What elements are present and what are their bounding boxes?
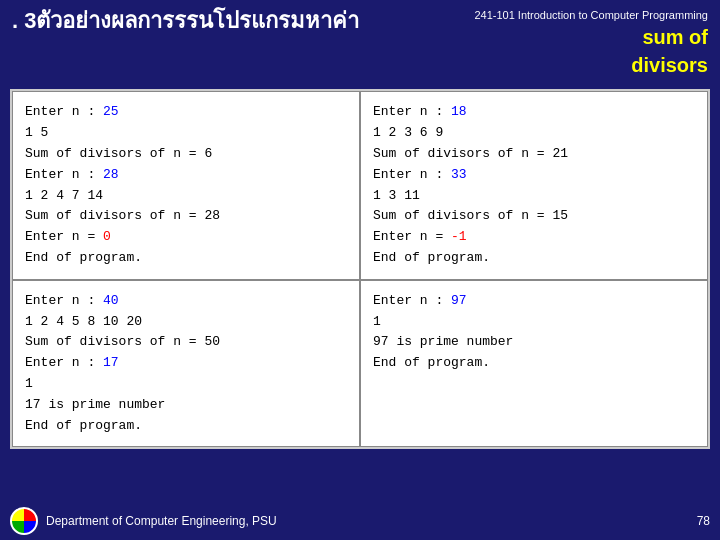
tl-s3: 1 2 4 7 14 Sum of divisors of n = 28 Ent…	[25, 188, 220, 245]
header-right: 241-101 Introduction to Computer Program…	[474, 8, 708, 79]
title-text: . 3ตัวอย่างผลการรรนโปรแกรมหาค่า	[12, 8, 359, 33]
cell-bottom-right: Enter n : 97 1 97 is prime number End of…	[360, 280, 708, 448]
sum-label: sum of	[474, 23, 708, 51]
bl-n2: 17	[103, 355, 119, 370]
footer-left: Department of Computer Engineering, PSU	[10, 507, 277, 535]
header-title: . 3ตัวอย่างผลการรรนโปรแกรมหาค่า	[12, 8, 359, 34]
tr-s2: 1 2 3 6 9 Sum of divisors of n = 21 Ente…	[373, 125, 568, 182]
bl-n1: 40	[103, 293, 119, 308]
dept-label: Department of Computer Engineering, PSU	[46, 514, 277, 528]
br-s1: Enter n :	[373, 293, 451, 308]
br-n1: 97	[451, 293, 467, 308]
page-number: 78	[697, 514, 710, 528]
header: . 3ตัวอย่างผลการรรนโปรแกรมหาค่า 241-101 …	[0, 0, 720, 83]
bl-s1: Enter n :	[25, 293, 103, 308]
tl-n2: 28	[103, 167, 119, 182]
cell-top-left: Enter n : 25 1 5 Sum of divisors of n = …	[12, 91, 360, 279]
cell-bottom-left: Enter n : 40 1 2 4 5 8 10 20 Sum of divi…	[12, 280, 360, 448]
bl-s3: 1 17 is prime number End of program.	[25, 376, 165, 433]
tr-n2: 33	[451, 167, 467, 182]
cell-top-left-text: Enter n : 25 1 5 Sum of divisors of n = …	[25, 102, 347, 268]
tr-n3: -1	[451, 229, 467, 244]
tr-s3: 1 3 11 Sum of divisors of n = 15 Enter n…	[373, 188, 568, 245]
tl-n1: 25	[103, 104, 119, 119]
cell-bottom-left-text: Enter n : 40 1 2 4 5 8 10 20 Sum of divi…	[25, 291, 347, 437]
psu-logo-icon	[10, 507, 38, 535]
tr-s4: End of program.	[373, 250, 490, 265]
tl-n3: 0	[103, 229, 111, 244]
bl-s2: 1 2 4 5 8 10 20 Sum of divisors of n = 5…	[25, 314, 220, 371]
course-label: 241-101 Introduction to Computer Program…	[474, 8, 708, 23]
cell-bottom-right-text: Enter n : 97 1 97 is prime number End of…	[373, 291, 695, 374]
content-grid: Enter n : 25 1 5 Sum of divisors of n = …	[10, 89, 710, 449]
cell-top-right: Enter n : 18 1 2 3 6 9 Sum of divisors o…	[360, 91, 708, 279]
tl-s1: Enter n :	[25, 104, 103, 119]
tl-s4: End of program.	[25, 250, 142, 265]
tr-s1: Enter n :	[373, 104, 451, 119]
divisors-label: divisors	[474, 51, 708, 79]
br-s2: 1 97 is prime number End of program.	[373, 314, 513, 371]
tr-n1: 18	[451, 104, 467, 119]
cell-top-right-text: Enter n : 18 1 2 3 6 9 Sum of divisors o…	[373, 102, 695, 268]
footer: Department of Computer Engineering, PSU …	[0, 502, 720, 540]
